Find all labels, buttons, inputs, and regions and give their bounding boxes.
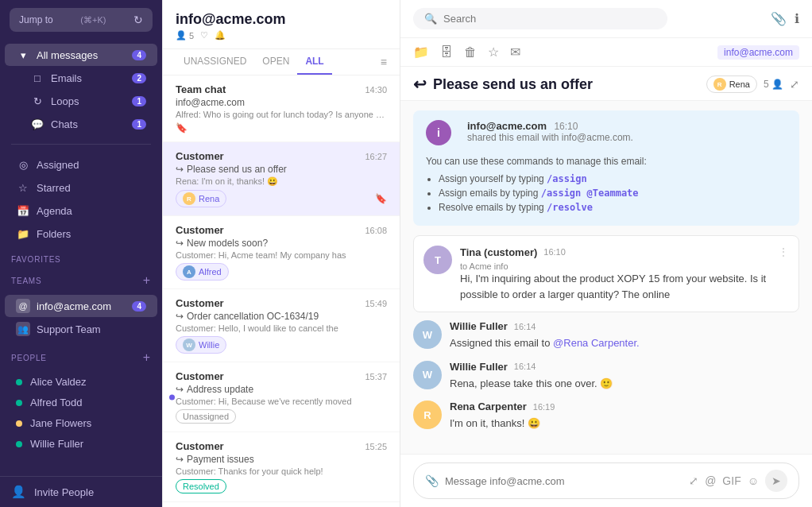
jump-shortcut: (⌘+K) [80, 15, 106, 25]
info-icon[interactable]: ℹ [795, 11, 799, 26]
sidebar-item-alice[interactable]: Alice Valdez [5, 372, 157, 392]
conv-from: Customer [176, 150, 224, 162]
add-person-button[interactable]: + [143, 350, 151, 365]
search-input[interactable] [443, 13, 656, 25]
sidebar-item-folders[interactable]: 📁 Folders [5, 223, 157, 245]
command-1: Assign yourself by typing /assign [439, 173, 787, 184]
envelope-icon[interactable]: ✉ [510, 45, 520, 60]
command-3: Resolve emails by typing /resolve [439, 202, 787, 213]
sidebar-item-jane[interactable]: Jane Flowers [5, 413, 157, 433]
paperclip-icon[interactable]: 📎 [771, 11, 787, 26]
sidebar-item-alfred[interactable]: Alfred Todd [5, 393, 157, 412]
filter-icon[interactable]: ≡ [381, 49, 387, 75]
compose-expand-icon[interactable]: ⤢ [689, 474, 698, 487]
header-icons: 📎 ℹ [771, 11, 799, 26]
status-dot-alice [16, 379, 22, 385]
willie-time-1: 16:14 [514, 322, 536, 331]
system-intro: shared this email with info@acme.com. [467, 132, 633, 143]
alfred-label: Alfred Todd [30, 397, 83, 408]
teams-section-label: TEAMS + [0, 267, 162, 291]
status-dot-jane [16, 420, 22, 427]
sidebar-item-agenda[interactable]: 📅 Agenda [5, 199, 157, 222]
conv-item-offer[interactable]: Customer 16:27 ↩ Please send us an offer… [163, 142, 400, 216]
folders-label: Folders [37, 228, 71, 240]
compose-inner: 📎 ⤢ @ GIF ☺ ➤ [413, 462, 799, 499]
right-toolbar: 📁 🗄 🗑 ☆ ✉ info@acme.com [400, 38, 812, 67]
conv-footer: A Alfred [176, 263, 387, 281]
conv-subject: ↩ Payment issues [176, 454, 387, 465]
sidebar-item-starred[interactable]: ☆ Starred [5, 176, 157, 199]
conv-item-last[interactable]: Customer 15:17 ↩ [163, 502, 400, 507]
tab-open[interactable]: OPEN [254, 49, 297, 75]
folder-icon: 📁 [16, 226, 30, 241]
conv-subject: ↩ New models soon? [176, 238, 387, 249]
archive-icon[interactable]: 🗄 [440, 45, 453, 60]
folder-icon[interactable]: 📁 [413, 45, 429, 60]
assignee-tag: A Alfred [176, 263, 229, 281]
all-messages-label: All messages [37, 49, 98, 61]
sidebar-item-emails[interactable]: □ Emails 2 [5, 67, 157, 89]
invite-people-button[interactable]: 👤 Invite People [0, 476, 162, 507]
email-label-badge: info@acme.com [717, 45, 799, 60]
tina-content: Tina (customer) 16:10 ⋮ to Acme info Hi,… [460, 246, 789, 302]
emails-badge: 2 [132, 73, 146, 83]
sidebar-item-loops[interactable]: ↻ Loops 1 [5, 90, 157, 112]
tab-unassigned[interactable]: UNASSIGNED [176, 49, 254, 75]
compose-attach-icon[interactable]: 📎 [425, 474, 439, 487]
message-willie-2: W Willie Fuller 16:14 Rena, please take … [413, 361, 799, 392]
willie-time-2: 16:14 [514, 362, 536, 371]
conv-item-address[interactable]: Customer 15:37 ↩ Address update Customer… [163, 362, 400, 432]
chats-badge: 1 [132, 119, 146, 130]
sidebar: Jump to (⌘+K) ↻ ▾ All messages 4 □ Email… [0, 0, 162, 507]
conv-subject: ↩ Address update [176, 384, 387, 395]
compose-gif-icon[interactable]: GIF [722, 474, 740, 487]
title-meta: R Rena 5 👤 ⤢ [706, 75, 799, 93]
star-icon[interactable]: ☆ [488, 45, 499, 60]
willie-label: Willie Fuller [30, 438, 83, 450]
conv-item-order-cancel[interactable]: Customer 15:49 ↩ Order cancellation OC-1… [163, 289, 400, 362]
system-message: i info@acme.com 16:10 shared this email … [413, 110, 799, 226]
sidebar-item-chats[interactable]: 💬 Chats 1 [5, 113, 157, 135]
rena-avatar: R [713, 78, 726, 91]
loop-icon: ↻ [30, 94, 44, 108]
compose-emoji-icon[interactable]: ☺ [748, 474, 759, 487]
status-tag-resolved: Resolved [176, 479, 226, 493]
conv-footer: W Willie [176, 336, 387, 354]
refresh-icon[interactable]: ↻ [133, 14, 143, 26]
sidebar-item-info-acme[interactable]: @ info@acme.com 4 [5, 295, 157, 317]
jump-to-button[interactable]: Jump to (⌘+K) ↻ [10, 8, 153, 32]
emails-label: Emails [51, 72, 82, 84]
title-text: Please send us an offer [433, 76, 593, 93]
support-team-label: Support Team [37, 323, 101, 335]
sidebar-item-support-team[interactable]: 👥 Support Team [5, 318, 157, 340]
conv-item-new-models[interactable]: Customer 16:08 ↩ New models soon? Custom… [163, 216, 400, 289]
sidebar-item-willie[interactable]: Willie Fuller [5, 434, 157, 454]
search-bar[interactable]: 🔍 [413, 8, 667, 29]
rena-time: 16:19 [533, 402, 555, 412]
status-tag-unassigned: Unassigned [176, 409, 236, 424]
team-icon: 👥 [16, 322, 30, 336]
person-add-icon: 👤 [11, 485, 26, 499]
system-from-time: 16:10 [554, 121, 578, 132]
compose-mention-icon[interactable]: @ [705, 474, 716, 487]
send-button[interactable]: ➤ [765, 470, 787, 492]
trash-icon[interactable]: 🗑 [464, 45, 477, 60]
add-team-button[interactable]: + [143, 273, 151, 288]
message-rena: R Rena Carpenter 16:19 I'm on it, thanks… [413, 401, 799, 432]
chevron-down-icon: ▾ [16, 48, 30, 62]
compose-input[interactable] [445, 475, 682, 487]
sidebar-item-assigned[interactable]: ◎ Assigned [5, 153, 157, 176]
more-icon[interactable]: ⋮ [778, 246, 789, 258]
tab-all[interactable]: ALL [297, 49, 331, 75]
bookmark-icon: 🔖 [375, 193, 387, 204]
conv-from: Team chat [176, 83, 226, 95]
rena-text: I'm on it, thanks! 😀 [450, 416, 799, 432]
conv-item-team-chat[interactable]: Team chat 14:30 info@acme.com Alfred: Wh… [163, 75, 400, 142]
menu-section: ◎ Assigned ☆ Starred 📅 Agenda 📁 Folders [0, 149, 162, 249]
search-icon: 🔍 [424, 13, 437, 25]
conv-item-payment[interactable]: Customer 15:25 ↩ Payment issues Customer… [163, 432, 400, 502]
conv-time: 16:27 [365, 152, 387, 161]
conv-preview: Alfred: Who is going out for lunch today… [176, 110, 387, 119]
sidebar-item-all-messages[interactable]: ▾ All messages 4 [5, 44, 157, 66]
expand-icon[interactable]: ⤢ [790, 78, 799, 91]
